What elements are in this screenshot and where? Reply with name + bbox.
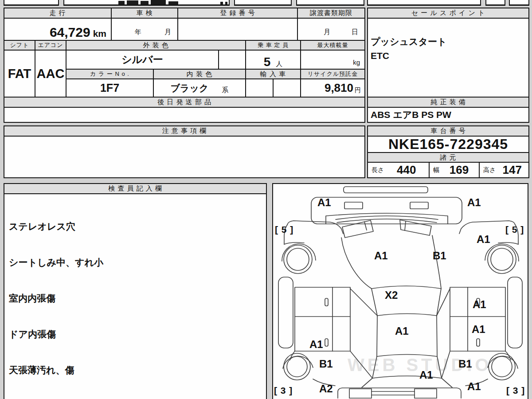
damage-mark-rear-window: A1 <box>419 370 433 380</box>
max-load-unit: kg <box>353 59 360 66</box>
damage-mark-right-front-fender: A1 <box>477 234 490 245</box>
cutoff-cell <box>485 0 505 6</box>
inspection-year-label: 年 <box>135 28 141 36</box>
spec-width-value: 169 <box>439 163 479 177</box>
cutoff-cell <box>4 0 59 6</box>
spec-length-value: 440 <box>384 163 429 177</box>
aircon-header: エアコン <box>35 40 66 51</box>
inspector-note-line: ステレオレス穴 <box>9 220 266 232</box>
color-no-value: 1F7 <box>66 78 154 98</box>
caution-header: 注 意 事 項 欄 <box>4 125 365 137</box>
aircon-value: AAC <box>35 50 66 98</box>
damage-mark-roof: A1 <box>395 326 409 336</box>
damage-diagram-box: WEB STUDIO <box>272 183 528 399</box>
color-no-header: カ ラ ー N o . <box>66 69 154 79</box>
spec-length-label: 長さ <box>372 166 384 174</box>
sales-point-line: プッシュスタート <box>371 35 528 49</box>
mileage-value-cell: 64,729 km <box>4 18 112 41</box>
spec-height-value: 147 <box>496 163 528 177</box>
mileage-unit: km <box>93 28 106 39</box>
later-parts-value-cell <box>4 107 365 123</box>
cutoff-cell <box>296 0 364 6</box>
inspector-notes-header: 検 査 員 記 入 欄 <box>4 183 267 194</box>
cutoff-cell <box>367 0 481 6</box>
exterior-color-value: シルバー <box>66 50 219 70</box>
capacity-value: 5 <box>264 55 271 69</box>
mileage-header: 走 行 <box>4 8 112 19</box>
import-header: 輸 入 車 <box>245 69 301 79</box>
damage-mark-left-quarter: B1 <box>319 359 333 369</box>
shift-value: FAT <box>4 50 35 98</box>
damage-mark-right-rear-door: A1 <box>472 324 485 335</box>
capacity-value-cell: 5 人 <box>245 50 301 70</box>
spec-height-label: 高さ <box>483 166 496 174</box>
cutoff-cell <box>234 0 292 6</box>
inspection-value-cell: 年 月 <box>111 18 178 41</box>
damage-mark-hood-left: A1 <box>374 250 388 261</box>
shift-header: シフト <box>4 40 35 51</box>
deadline-month-label: 月 <box>324 28 330 36</box>
deadline-day-label: 日 <box>352 28 358 36</box>
color-change-cell <box>218 50 246 70</box>
damage-mark-right-quarter: B1 <box>458 359 472 369</box>
interior-color-header: 内 装 色 <box>153 69 246 79</box>
inspector-note-line: 天張薄汚れ、傷 <box>9 364 266 376</box>
damage-mark-front-bumper-left: A1 <box>317 197 331 208</box>
inspection-header: 車 検 <box>111 8 178 19</box>
damage-mark-hood-right: B1 <box>433 250 446 261</box>
recycle-deposit-unit: 円 <box>355 86 361 94</box>
registration-value-cell <box>177 18 298 41</box>
specs-header: 諸 元 <box>367 152 529 163</box>
chassis-number-header: 車 台 番 号 <box>367 125 529 137</box>
later-parts-header: 後 日 発 送 部 品 <box>4 97 365 108</box>
capacity-header: 乗 車 定 員 <box>245 40 301 51</box>
cutoff-cell <box>509 0 529 6</box>
spec-width-label: 幅 <box>433 166 439 174</box>
spec-height-cell: 高さ 147 <box>479 162 529 178</box>
registration-header: 登 録 番 号 <box>177 8 298 19</box>
auction-sheet: { "top_table": { "mileage_label": "走 行",… <box>0 0 532 399</box>
max-load-header: 最大積載量 <box>300 40 365 51</box>
max-load-value-cell: kg <box>300 50 365 70</box>
damage-mark-front-bumper-right: A1 <box>467 197 481 208</box>
interior-color-value-cell: ブラック 系 <box>153 78 246 98</box>
exterior-color-header: 外 装 色 <box>66 40 246 51</box>
mileage-value: 64,729 <box>50 25 90 40</box>
car-outline-drawing <box>273 184 528 399</box>
chassis-number-value: NKE165-7229345 <box>367 136 529 153</box>
inspector-note-line: シートしみ中、すれ小 <box>9 256 266 268</box>
transfer-deadline-header: 譲渡書類期限 <box>297 8 365 19</box>
recycle-deposit-header: リサイクル預託金 <box>300 69 365 79</box>
sales-point-line: ETC <box>371 49 528 63</box>
import-cell-2 <box>273 78 301 98</box>
recycle-deposit-value-cell: 9,810 円 <box>300 78 365 98</box>
sales-points-content: プッシュスタート ETC <box>367 18 529 98</box>
inspector-note-line: ドア内張傷 <box>9 328 266 340</box>
inspection-month-label: 月 <box>164 28 171 36</box>
tire-grade-front-left: [ 5 ] <box>275 225 293 234</box>
damage-mark-right-front-door: A1 <box>473 299 486 310</box>
caution-value-cell <box>4 136 365 178</box>
tire-grade-rear-right: [ 3 ] <box>506 386 525 395</box>
tire-grade-rear-left: [ 3 ] <box>274 386 293 395</box>
damage-mark-right-rear-bottom: A1 <box>467 381 481 392</box>
inspector-note-line: 室内内張傷 <box>9 292 266 304</box>
recycle-deposit-value: 9,810 <box>325 81 353 95</box>
damage-mark-left-rear-bottom: A2 <box>319 383 333 394</box>
genuine-equipment-header: 純 正 装 備 <box>367 97 529 108</box>
sales-points-header: セ ー ル ス ポ イ ン ト <box>367 8 529 19</box>
damage-mark-left-rear-door: A1 <box>309 339 323 350</box>
capacity-unit: 人 <box>276 60 282 68</box>
import-cell-1 <box>245 78 274 98</box>
damage-mark-windshield: X2 <box>385 290 398 301</box>
genuine-equipment-value: ABS エアB PS PW <box>367 107 529 123</box>
tire-grade-front-right: [ 5 ] <box>505 225 524 234</box>
inspector-notes-content: ステレオレス穴 シートしみ中、すれ小 室内内張傷 ドア内張傷 天張薄汚れ、傷 室… <box>4 193 267 399</box>
interior-color-suffix: 系 <box>222 86 228 94</box>
interior-color-value: ブラック <box>171 82 209 94</box>
deadline-value-cell: 月 日 <box>297 18 365 41</box>
spec-length-cell: 長さ 440 <box>367 162 430 178</box>
spec-width-cell: 幅 169 <box>429 162 480 178</box>
